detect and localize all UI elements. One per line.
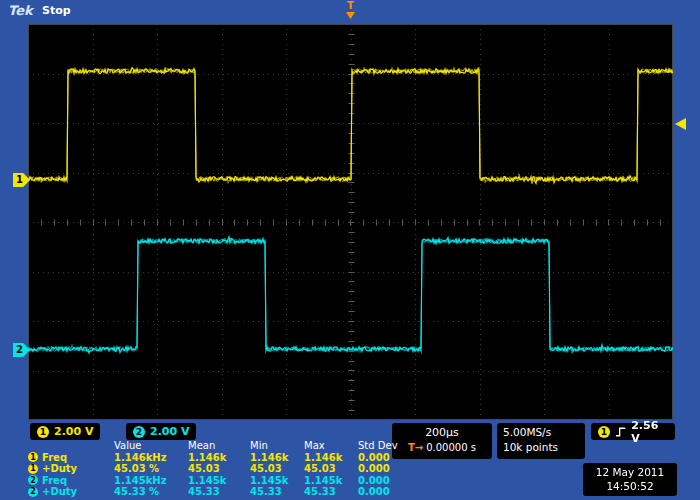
meas-min: 45.03	[250, 463, 304, 475]
trigger-position-icon: T→	[408, 442, 423, 453]
ch1-badge-icon: 1	[28, 452, 38, 462]
meas-name: Freq	[42, 475, 67, 486]
meas-header-max: Max	[304, 440, 358, 452]
ch2-badge-icon: 2	[133, 426, 145, 438]
ch2-scale-value: 2.00 V	[150, 425, 189, 438]
meas-std: 0.000	[358, 486, 410, 498]
meas-max: 1.146k	[304, 452, 358, 464]
meas-min: 45.33	[250, 486, 304, 498]
trigger-position-marker[interactable]: T	[345, 1, 356, 19]
acquisition-status: Stop	[42, 4, 71, 17]
meas-max: 1.145k	[304, 475, 358, 487]
ch1-scale-value: 2.00 V	[54, 425, 93, 438]
meas-value: 1.146kHz	[114, 452, 188, 464]
meas-mean: 1.146k	[188, 452, 250, 464]
time-value: 14:50:52	[589, 479, 671, 493]
trigger-source-badge-icon: 1	[598, 426, 610, 438]
acquisition-readout: 5.00MS/s 10k points	[497, 423, 585, 459]
trigger-readout[interactable]: 1 2.56 V	[591, 423, 675, 440]
meas-header-std: Std Dev	[358, 440, 410, 452]
ch2-badge-icon: 2	[28, 475, 38, 485]
trigger-position-value: 0.00000 s	[426, 442, 476, 453]
meas-max: 45.33	[304, 486, 358, 498]
meas-name: Freq	[42, 452, 67, 463]
meas-value: 45.03 %	[114, 463, 188, 475]
date-value: 12 May 2011	[589, 465, 671, 479]
meas-min: 1.145k	[250, 475, 304, 487]
meas-row-label: 2 Freq	[28, 475, 114, 487]
meas-value: 1.145kHz	[114, 475, 188, 487]
meas-mean: 45.03	[188, 463, 250, 475]
meas-min: 1.146k	[250, 452, 304, 464]
timebase-value: 200µs	[398, 425, 486, 440]
datetime-readout: 12 May 2011 14:50:52	[583, 463, 677, 496]
ch1-badge-icon: 1	[28, 464, 38, 474]
trigger-level-marker[interactable]	[675, 118, 686, 130]
trigger-arrow-down-icon	[346, 12, 355, 19]
meas-header-min: Min	[250, 440, 304, 452]
meas-header-mean: Mean	[188, 440, 250, 452]
meas-row-label: 2 +Duty	[28, 486, 114, 498]
meas-row-label: 1 +Duty	[28, 463, 114, 475]
meas-std: 0.000	[358, 463, 410, 475]
meas-mean: 45.33	[188, 486, 250, 498]
trigger-flag-icon: T	[345, 1, 356, 11]
measurement-table: Value Mean Min Max Std Dev 1 Freq 1.146k…	[28, 440, 410, 498]
oscilloscope-screen: Tek Stop T 1 2 1 2.00 V 2 2.00 V 200µs T…	[0, 0, 700, 500]
meas-max: 45.03	[304, 463, 358, 475]
meas-std: 0.000	[358, 452, 410, 464]
meas-value: 45.33 %	[114, 486, 188, 498]
record-length-value: 10k points	[503, 440, 579, 455]
ch2-badge-icon: 2	[28, 487, 38, 497]
waveform-display	[28, 24, 673, 420]
ch1-badge-icon: 1	[37, 426, 49, 438]
meas-mean: 1.145k	[188, 475, 250, 487]
meas-header-value: Value	[114, 440, 188, 452]
trigger-level-value: 2.56 V	[631, 419, 668, 445]
rising-edge-icon	[615, 426, 626, 438]
meas-name: +Duty	[42, 463, 77, 474]
meas-name: +Duty	[42, 486, 77, 497]
ch2-scale-readout[interactable]: 2 2.00 V	[126, 423, 196, 440]
sample-rate-value: 5.00MS/s	[503, 425, 579, 440]
tek-logo: Tek	[8, 3, 33, 18]
ch1-scale-readout[interactable]: 1 2.00 V	[30, 423, 100, 440]
meas-row-label: 1 Freq	[28, 452, 114, 464]
meas-std: 0.000	[358, 475, 410, 487]
